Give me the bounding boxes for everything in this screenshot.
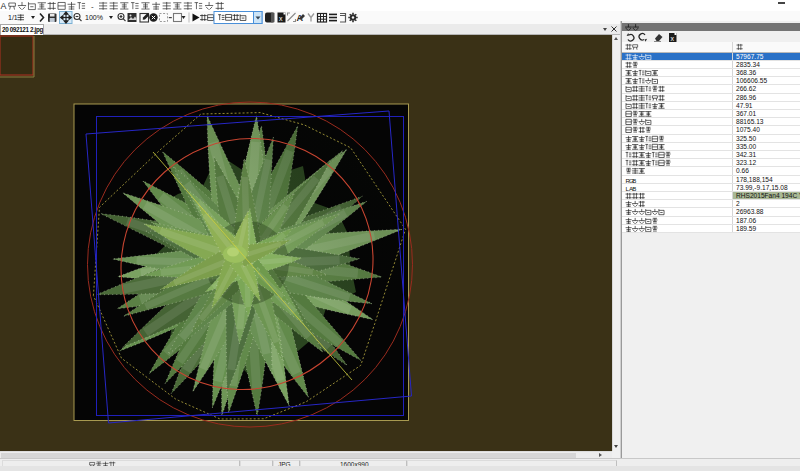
svg-text:B: B bbox=[632, 176, 636, 183]
svg-text:x: x bbox=[671, 35, 675, 42]
svg-text:-: - bbox=[91, 2, 94, 11]
svg-text:B: B bbox=[632, 184, 636, 191]
svg-text:x: x bbox=[279, 15, 283, 22]
svg-text:A: A bbox=[1, 1, 7, 11]
